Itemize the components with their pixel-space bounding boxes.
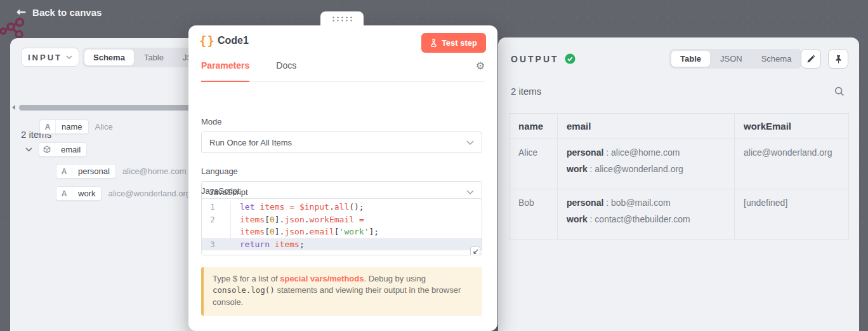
collapse-chevron-icon[interactable] xyxy=(25,147,32,152)
output-table: name email workEmail Alice personal : al… xyxy=(509,113,849,240)
modal-drag-handle[interactable] xyxy=(320,11,364,25)
code-line-wrap: items[0].json.email['work']; xyxy=(202,226,482,238)
schema-row-email: email xyxy=(25,142,87,157)
node-title[interactable]: Code1 xyxy=(218,35,249,46)
line-number: 1 xyxy=(202,201,231,213)
input-selector-dropdown[interactable]: INPUT xyxy=(21,48,79,67)
code-line: 1 let items = $input.all(); xyxy=(202,199,482,213)
cell-name: Alice xyxy=(510,139,558,189)
edit-output-button[interactable] xyxy=(801,49,821,69)
expand-arrow-icon xyxy=(473,249,478,255)
scroll-left-arrow-icon[interactable] xyxy=(12,105,15,110)
schema-value: alice@home.com xyxy=(122,166,187,176)
modal-tabbar: Parameters Docs xyxy=(201,60,485,82)
table-row[interactable]: Alice personal : alice@home.com work : a… xyxy=(510,139,849,189)
output-tab-json[interactable]: JSON xyxy=(711,51,751,67)
output-search-icon[interactable] xyxy=(834,86,845,97)
schema-value: Alice xyxy=(95,122,113,132)
col-header-name[interactable]: name xyxy=(510,114,558,139)
chevron-down-icon xyxy=(466,140,474,145)
editor-label: JavaScript xyxy=(201,186,240,196)
tab-parameters[interactable]: Parameters xyxy=(201,60,249,82)
string-type-icon: A xyxy=(56,165,72,178)
pin-data-button[interactable] xyxy=(828,49,848,69)
workflow-nodes-logo xyxy=(0,17,33,39)
schema-key-name[interactable]: A name xyxy=(39,119,89,134)
pencil-icon xyxy=(806,55,815,64)
code-node-modal: {} Code1 Test step Parameters Docs ⚙ Mod… xyxy=(188,25,497,331)
schema-row-name: A name Alice xyxy=(39,119,113,134)
mode-label: Mode xyxy=(201,117,222,126)
special-vars-link[interactable]: special vars/methods xyxy=(280,274,364,283)
col-header-workEmail[interactable]: workEmail xyxy=(735,114,849,139)
input-tab-schema[interactable]: Schema xyxy=(84,50,134,65)
cell-workEmail-error: [undefined] xyxy=(735,189,849,240)
schema-key-personal[interactable]: A personal xyxy=(56,164,116,179)
back-arrow-icon: ← xyxy=(16,6,26,18)
schema-key-email[interactable]: email xyxy=(39,142,87,157)
code-node-icon: {} xyxy=(199,34,215,48)
ndv-overlay: ← Back to canvas INPUT Schema Table JSON… xyxy=(0,0,868,331)
output-panel-title: OUTPUT xyxy=(511,53,575,64)
line-number: 3 xyxy=(202,238,231,251)
output-items-count: 2 items xyxy=(511,86,541,97)
language-label: Language xyxy=(201,166,238,176)
output-view-tabs: Table JSON Schema xyxy=(669,49,802,69)
cell-email: personal : bob@mail.com work : contact@t… xyxy=(558,189,735,240)
code-editor[interactable]: 1 let items = $input.all(); 2 items[0].j… xyxy=(201,198,482,255)
schema-value: alice@wonderland.org xyxy=(108,189,190,198)
cell-workEmail: alice@wonderland.org xyxy=(735,139,849,189)
editor-expand-button[interactable] xyxy=(470,247,480,255)
code-line: 2 items[0].json.workEmail = xyxy=(202,213,482,226)
back-to-canvas-button[interactable]: ← Back to canvas xyxy=(16,6,102,18)
chevron-down-icon xyxy=(466,190,474,194)
output-tab-table[interactable]: Table xyxy=(671,51,710,67)
object-type-icon xyxy=(39,143,55,156)
cell-email: personal : alice@home.com work : alice@w… xyxy=(558,139,735,189)
output-panel: OUTPUT Table JSON Schema 2 items name em… xyxy=(498,37,859,331)
col-header-email[interactable]: email xyxy=(558,114,735,139)
success-check-icon xyxy=(565,53,575,64)
cell-name: Bob xyxy=(510,189,558,240)
input-panel-title: INPUT xyxy=(28,53,62,62)
table-row[interactable]: Bob personal : bob@mail.com work : conta… xyxy=(510,189,849,240)
test-step-button[interactable]: Test step xyxy=(421,33,486,53)
back-label: Back to canvas xyxy=(32,7,102,18)
chevron-down-icon xyxy=(66,55,72,59)
code-line-active: 3 return items; xyxy=(202,238,482,251)
line-number: 2 xyxy=(202,213,231,226)
line-number xyxy=(202,226,231,238)
output-tab-schema[interactable]: Schema xyxy=(753,51,801,67)
code-hint-callout: Type $ for a list of special vars/method… xyxy=(201,267,482,316)
schema-key-work[interactable]: A work xyxy=(56,186,102,201)
input-tab-table[interactable]: Table xyxy=(135,50,173,65)
string-type-icon: A xyxy=(56,187,72,200)
flask-icon xyxy=(430,39,437,47)
node-settings-gear-icon[interactable]: ⚙ xyxy=(476,61,485,71)
table-header-row: name email workEmail xyxy=(510,114,849,139)
pin-icon xyxy=(834,55,843,64)
schema-row-personal: A personal alice@home.com xyxy=(56,164,187,179)
schema-row-work: A work alice@wonderland.org xyxy=(56,186,190,201)
tab-docs[interactable]: Docs xyxy=(276,60,296,81)
drag-dots-icon xyxy=(331,16,353,22)
mode-select[interactable]: Run Once for All Items xyxy=(201,132,482,153)
string-type-icon: A xyxy=(40,120,55,133)
